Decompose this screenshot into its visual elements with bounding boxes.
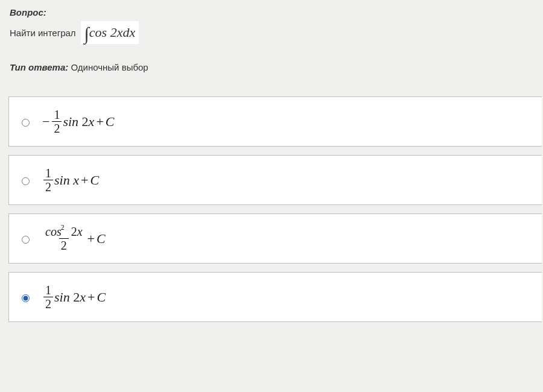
question-label: Вопрос: [10, 7, 533, 17]
minus-sign: − [42, 114, 51, 130]
fraction: 1 2 [51, 108, 63, 135]
options-list: − 1 2 sin 2x + C 1 2 sin [10, 96, 533, 322]
option-3-formula: cos2 2x 2 + C [42, 225, 106, 252]
option-4-formula: 1 2 sin 2x + C [42, 283, 106, 311]
fraction: 1 2 [42, 166, 54, 194]
fraction: cos2 2x 2 [42, 225, 86, 252]
answer-type-value: Одиночный выбор [71, 62, 148, 72]
question-line: Найти интеграл ∫ cos 2xdx [10, 21, 533, 44]
answer-type-line: Тип ответа: Одиночный выбор [10, 62, 533, 72]
option-1[interactable]: − 1 2 sin 2x + C [8, 96, 542, 147]
option-3[interactable]: cos2 2x 2 + C [8, 213, 542, 264]
option-1-radio[interactable] [22, 119, 30, 127]
option-4-radio[interactable] [22, 294, 30, 302]
option-2-radio[interactable] [22, 177, 30, 185]
integral-body: cos 2xdx [89, 26, 135, 39]
fraction: 1 2 [42, 283, 54, 311]
integral-symbol: ∫ [84, 25, 89, 43]
option-4[interactable]: 1 2 sin 2x + C [8, 272, 542, 322]
option-1-formula: − 1 2 sin 2x + C [42, 108, 114, 135]
quiz-page: Вопрос: Найти интеграл ∫ cos 2xdx Тип от… [0, 0, 543, 322]
question-formula: ∫ cos 2xdx [81, 21, 139, 44]
option-2-formula: 1 2 sin x + C [42, 166, 99, 194]
option-2[interactable]: 1 2 sin x + C [8, 155, 542, 205]
question-prompt: Найти интеграл [10, 28, 76, 38]
option-3-radio[interactable] [22, 236, 30, 244]
answer-type-label: Тип ответа: [10, 62, 68, 72]
